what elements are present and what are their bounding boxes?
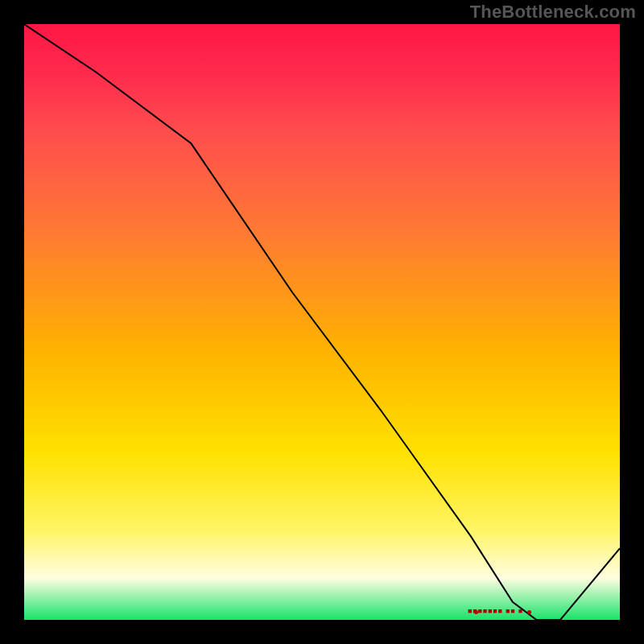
curve-overlay bbox=[24, 24, 620, 620]
bottleneck-curve bbox=[24, 24, 620, 620]
watermark-text: TheBottleneck.com bbox=[470, 2, 636, 23]
gradient-plot-area: ■■■■■■■ ■■ ■ bbox=[24, 24, 620, 620]
floor-label: ■■■■■■■ ■■ ■ bbox=[468, 607, 523, 615]
floor-marker-dot-right bbox=[527, 610, 531, 614]
chart-stage: TheBottleneck.com ■■■■■■■ ■■ ■ bbox=[0, 0, 644, 644]
